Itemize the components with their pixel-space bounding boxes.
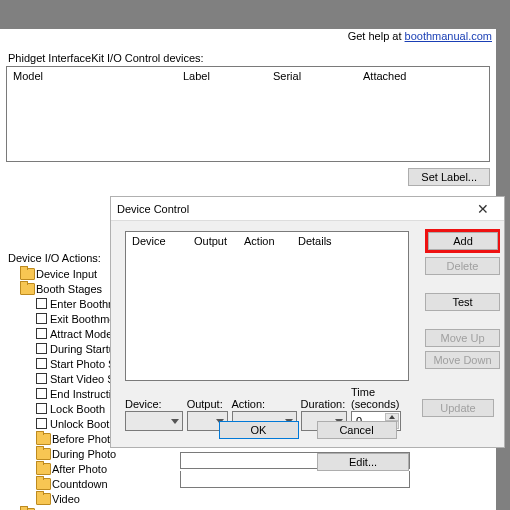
update-button[interactable]: Update (422, 399, 494, 417)
set-label-button[interactable]: Set Label... (408, 168, 490, 186)
devices-columns: Model Label Serial Attached (7, 67, 489, 85)
dialog-body: Device Output Action Details Add Delete … (111, 221, 504, 447)
duration-label: Duration: (301, 398, 347, 410)
checkbox-icon[interactable] (36, 343, 47, 354)
add-button[interactable]: Add (428, 232, 498, 250)
col-output[interactable]: Output (194, 235, 244, 247)
cancel-button[interactable]: Cancel (317, 421, 397, 439)
test-button[interactable]: Test (425, 293, 500, 311)
folder-icon (36, 478, 49, 489)
folder-icon (20, 268, 33, 279)
folder-icon (36, 433, 49, 444)
tree-during-photo[interactable]: During Photo (6, 446, 156, 461)
dialog-listview[interactable]: Device Output Action Details (125, 231, 409, 381)
col-serial[interactable]: Serial (273, 70, 363, 82)
edit-list-row-2[interactable] (180, 471, 410, 488)
checkbox-icon[interactable] (36, 388, 47, 399)
dialog-ok-row: OK Cancel (111, 421, 504, 439)
delete-button[interactable]: Delete (425, 257, 500, 275)
help-prefix: Get help at (348, 30, 405, 42)
action-label: Action: (232, 398, 297, 410)
col-action[interactable]: Action (244, 235, 298, 247)
help-link-line: Get help at boothmanual.com (348, 30, 492, 42)
checkbox-icon[interactable] (36, 418, 47, 429)
col-device[interactable]: Device (132, 235, 194, 247)
col-model[interactable]: Model (13, 70, 183, 82)
add-button-highlight: Add (425, 229, 500, 253)
device-label: Device: (125, 398, 183, 410)
checkbox-icon[interactable] (36, 313, 47, 324)
time-label: Time (seconds) (351, 386, 418, 410)
col-label[interactable]: Label (183, 70, 273, 82)
dialog-side-buttons: Add Delete Test Move Up Move Down (425, 229, 500, 369)
col-details[interactable]: Details (298, 235, 358, 247)
checkbox-icon[interactable] (36, 373, 47, 384)
devices-group-label: Phidget InterfaceKit I/O Control devices… (8, 52, 490, 64)
help-link[interactable]: boothmanual.com (405, 30, 492, 42)
folder-icon (36, 448, 49, 459)
folder-icon (36, 463, 49, 474)
dialog-titlebar[interactable]: Device Control ✕ (111, 197, 504, 221)
device-control-dialog: Device Control ✕ Device Output Action De… (110, 196, 505, 448)
folder-icon (36, 493, 49, 504)
folder-icon (20, 283, 33, 294)
edit-button[interactable]: Edit... (317, 453, 409, 471)
move-down-button[interactable]: Move Down (425, 351, 500, 369)
output-label: Output: (187, 398, 228, 410)
devices-listview[interactable]: Model Label Serial Attached (6, 66, 490, 162)
tree-countdown[interactable]: Countdown (6, 476, 156, 491)
tree-survey-stages[interactable]: Survey Stages (6, 506, 156, 510)
checkbox-icon[interactable] (36, 328, 47, 339)
tree-video[interactable]: Video (6, 491, 156, 506)
close-icon[interactable]: ✕ (468, 201, 498, 217)
col-attached[interactable]: Attached (363, 70, 443, 82)
move-up-button[interactable]: Move Up (425, 329, 500, 347)
edit-list-row[interactable]: Edit... (180, 452, 410, 469)
edit-bar: Edit... (180, 452, 410, 488)
ok-button[interactable]: OK (219, 421, 299, 439)
spinner-up-icon[interactable] (385, 413, 399, 421)
checkbox-icon[interactable] (36, 298, 47, 309)
checkbox-icon[interactable] (36, 358, 47, 369)
checkbox-icon[interactable] (36, 403, 47, 414)
tree-after-photo[interactable]: After Photo (6, 461, 156, 476)
dialog-title: Device Control (117, 203, 189, 215)
dialog-columns: Device Output Action Details (126, 232, 408, 250)
